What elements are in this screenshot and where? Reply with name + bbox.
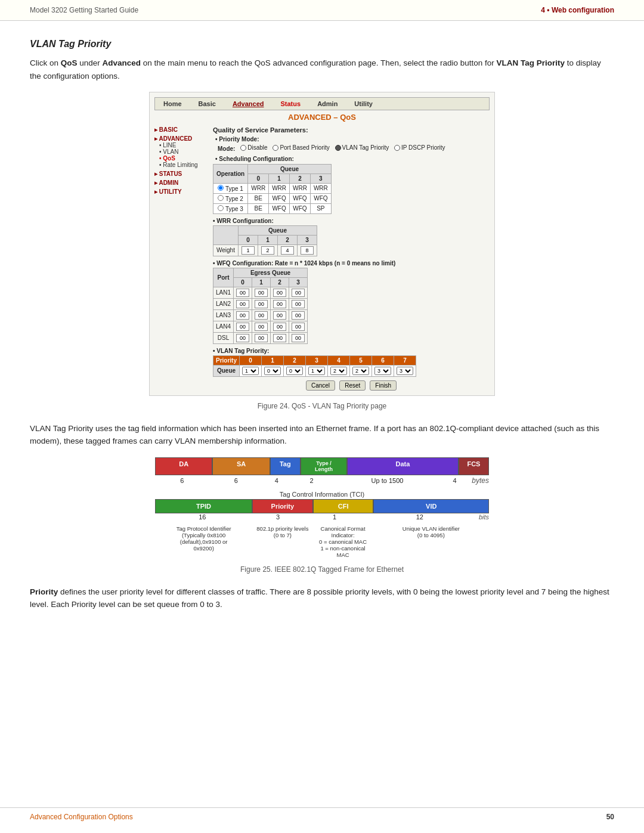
sidebar-status: ▸ STATUS <box>154 171 208 177</box>
dsl-q3[interactable] <box>292 334 305 342</box>
lan4-q3[interactable] <box>292 323 305 331</box>
q-p3[interactable]: 1 <box>308 367 325 375</box>
q2-header: 2 <box>290 174 311 183</box>
type3-radio[interactable] <box>218 205 224 211</box>
q-p4[interactable]: 2 <box>330 367 347 375</box>
radio-vlan-tag[interactable]: VLAN Tag Priority <box>335 144 389 151</box>
tci-vid: VID <box>373 499 489 513</box>
mode-label: Mode: <box>218 145 235 152</box>
frame-sa: SA <box>212 457 270 475</box>
q-p7[interactable]: 3 <box>397 367 413 375</box>
lan3-q0[interactable] <box>236 311 249 320</box>
page-header: Model 3202 Getting Started Guide 4 • Web… <box>0 0 644 21</box>
eq1: 1 <box>252 277 271 287</box>
wrr-w1[interactable] <box>261 246 274 255</box>
lan4-q1[interactable] <box>255 323 268 331</box>
priority-num: 3 <box>250 513 306 521</box>
radio-disable[interactable]: Disable <box>240 144 267 151</box>
q-p2[interactable]: 0 <box>286 367 303 375</box>
lan2-q0[interactable] <box>236 300 249 308</box>
qos-params-label: Quality of Service Parameters: <box>213 126 490 134</box>
footer-page-number: 50 <box>606 813 614 821</box>
t3q1: WFQ <box>269 203 290 213</box>
lan4-q0[interactable] <box>236 323 249 331</box>
q-p0[interactable]: 1 <box>242 367 259 375</box>
wrr-q3: 3 <box>297 235 317 244</box>
t3q3: SP <box>310 203 331 213</box>
finish-button[interactable]: Finish <box>370 380 397 391</box>
type1-radio[interactable] <box>218 185 224 191</box>
nav-admin[interactable]: Admin <box>309 98 346 110</box>
wrr-q1: 1 <box>258 235 277 244</box>
p0-header: 0 <box>240 355 262 365</box>
lan2-q1[interactable] <box>255 300 268 308</box>
radio-disable-label: Disable <box>247 144 267 151</box>
dsl-q2[interactable] <box>273 334 286 342</box>
lan1-q0[interactable] <box>236 289 249 297</box>
wrr-empty <box>213 225 239 244</box>
lan2-q2[interactable] <box>273 300 286 308</box>
type1-row: Type 1 WRR WRR WRR WRR <box>213 183 332 193</box>
lan3-q1[interactable] <box>255 311 268 320</box>
q-p6[interactable]: 3 <box>374 367 391 375</box>
dsl-label: DSL <box>213 332 234 343</box>
sidebar-rate-limiting[interactable]: • Rate Limiting <box>154 162 208 168</box>
tpid-num: 16 <box>155 513 250 521</box>
frame-data-num: Up to 1500 <box>333 477 441 484</box>
queue-header: Queue <box>248 164 332 174</box>
frame-da-num: 6 <box>155 477 209 484</box>
frame-sa-num: 6 <box>209 477 264 484</box>
sidebar-status-label[interactable]: ▸ STATUS <box>154 171 208 177</box>
sidebar-line[interactable]: • LINE <box>154 142 208 148</box>
lan1-q3[interactable] <box>292 289 305 297</box>
tci-bar: TPID Priority CFI VID <box>155 499 489 513</box>
radio-dscp[interactable]: IP DSCP Priority <box>394 144 445 151</box>
lan3-q2[interactable] <box>273 311 286 320</box>
nav-status[interactable]: Status <box>273 98 309 110</box>
sidebar-basic-label[interactable]: ▸ BASIC <box>154 126 208 133</box>
footer-left-text: Advanced Configuration Options <box>30 813 133 821</box>
priority-mode-row: Mode: Disable Port Based Priority VLAN T… <box>213 144 490 152</box>
wrr-w3[interactable] <box>301 246 314 255</box>
wrr-w0[interactable] <box>242 246 255 255</box>
dsl-q0[interactable] <box>236 334 249 342</box>
sidebar-advanced: ▸ ADVANCED • LINE • VLAN • QoS • Rate Li… <box>154 135 208 168</box>
sidebar-utility-label[interactable]: ▸ UTILITY <box>154 188 208 195</box>
cancel-button[interactable]: Cancel <box>306 380 335 391</box>
t2q2: WFQ <box>290 193 311 203</box>
type3-row: Type 3 BE WFQ WFQ SP <box>213 203 332 213</box>
lan3-q3[interactable] <box>292 311 305 320</box>
radio-port-based[interactable]: Port Based Priority <box>273 144 329 151</box>
bytes-label: bytes <box>472 476 489 485</box>
nav-utility[interactable]: Utility <box>346 98 381 110</box>
wrr-label: • WRR Configuration: <box>213 218 490 224</box>
type2-radio[interactable] <box>218 195 224 201</box>
dsl-q1[interactable] <box>255 334 268 342</box>
nav-home[interactable]: Home <box>155 98 190 110</box>
frame-cells-row: DA SA Tag Type /Length Data FCS <box>155 457 489 475</box>
nav-basic[interactable]: Basic <box>190 98 224 110</box>
port-table: Port Egress Queue 0 1 2 3 LAN1 <box>213 268 308 344</box>
sidebar-advanced-label[interactable]: ▸ ADVANCED <box>154 135 208 142</box>
reset-button[interactable]: Reset <box>339 380 366 391</box>
q-p5[interactable]: 2 <box>352 367 369 375</box>
radio-port-label: Port Based Priority <box>280 144 329 151</box>
page-title: ADVANCED – QoS <box>154 113 490 122</box>
p6-header: 6 <box>372 355 394 365</box>
sidebar-vlan[interactable]: • VLAN <box>154 148 208 155</box>
wrr-q2: 2 <box>277 235 297 244</box>
sidebar-qos[interactable]: • QoS <box>154 155 208 162</box>
wrr-w2[interactable] <box>281 246 294 255</box>
lan2-q3[interactable] <box>292 300 305 308</box>
sidebar-admin-label[interactable]: ▸ ADMIN <box>154 179 208 186</box>
frame-numbers-row: 6 6 4 2 Up to 1500 4 bytes <box>155 476 489 485</box>
frame-tag: Tag <box>270 457 301 475</box>
p4-header: 4 <box>328 355 350 365</box>
lan4-q2[interactable] <box>273 323 286 331</box>
model-text: Model 3202 Getting Started Guide <box>30 6 138 14</box>
nav-advanced[interactable]: Advanced <box>224 98 273 110</box>
button-row: Cancel Reset Finish <box>213 380 490 391</box>
lan1-q1[interactable] <box>255 289 268 297</box>
lan1-q2[interactable] <box>273 289 286 297</box>
q-p1[interactable]: 0 <box>264 367 281 375</box>
